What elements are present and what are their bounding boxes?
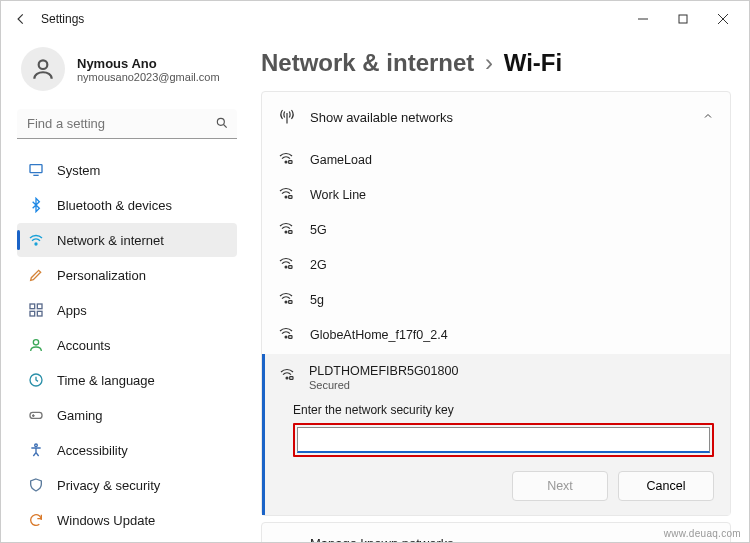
- sidebar-item-apps[interactable]: Apps: [17, 293, 237, 327]
- sidebar-item-bluetooth[interactable]: Bluetooth & devices: [17, 188, 237, 222]
- selected-ssid: PLDTHOMEFIBR5G01800: [309, 364, 458, 378]
- globe-clock-icon: [27, 371, 45, 389]
- shield-icon: [27, 476, 45, 494]
- svg-rect-13: [37, 311, 42, 316]
- profile-block[interactable]: Nymous Ano nymousano2023@gmail.com: [17, 43, 237, 105]
- svg-point-25: [285, 231, 287, 233]
- svg-rect-10: [30, 304, 35, 309]
- wifi-secure-icon: [279, 366, 295, 391]
- svg-rect-24: [289, 196, 292, 199]
- maximize-button[interactable]: [663, 5, 703, 33]
- selected-status: Secured: [309, 379, 458, 391]
- window-title: Settings: [41, 12, 84, 26]
- sidebar-item-gaming[interactable]: Gaming: [17, 398, 237, 432]
- wifi-secure-icon: [278, 185, 296, 204]
- sidebar-item-network[interactable]: Network & internet: [17, 223, 237, 257]
- page-title: Wi-Fi: [504, 49, 562, 76]
- avatar: [21, 47, 65, 91]
- network-item[interactable]: 2G: [262, 247, 730, 282]
- network-item[interactable]: Work Line: [262, 177, 730, 212]
- breadcrumb-parent[interactable]: Network & internet: [261, 49, 474, 76]
- wifi-secure-icon: [278, 150, 296, 169]
- svg-rect-28: [289, 266, 292, 269]
- breadcrumb: Network & internet › Wi-Fi: [261, 49, 731, 77]
- title-bar: Settings: [1, 1, 749, 37]
- main-content: Network & internet › Wi-Fi Show availabl…: [249, 37, 749, 542]
- wifi-icon: [27, 231, 45, 249]
- sidebar-item-accounts[interactable]: Accounts: [17, 328, 237, 362]
- search-input[interactable]: [17, 109, 237, 139]
- manage-title: Manage known networks: [310, 536, 465, 542]
- available-networks-toggle[interactable]: Show available networks: [262, 92, 730, 142]
- wifi-secure-icon: [278, 325, 296, 344]
- sidebar-item-label: Accessibility: [57, 443, 128, 458]
- svg-point-31: [285, 336, 287, 338]
- network-item[interactable]: GameLoad: [262, 142, 730, 177]
- apps-icon: [27, 301, 45, 319]
- svg-rect-12: [30, 311, 35, 316]
- gaming-icon: [27, 406, 45, 424]
- profile-email: nymousano2023@gmail.com: [77, 71, 220, 83]
- svg-point-27: [285, 266, 287, 268]
- sidebar-item-label: Gaming: [57, 408, 103, 423]
- network-ssid: GameLoad: [310, 153, 372, 167]
- network-password-input[interactable]: [297, 427, 710, 453]
- svg-rect-26: [289, 231, 292, 234]
- cancel-button[interactable]: Cancel: [618, 471, 714, 501]
- search-icon: [215, 116, 229, 133]
- antenna-icon: [278, 107, 296, 128]
- close-button[interactable]: [703, 5, 743, 33]
- network-ssid: 2G: [310, 258, 327, 272]
- watermark: www.deuaq.com: [664, 528, 741, 539]
- sidebar-item-label: Personalization: [57, 268, 146, 283]
- svg-rect-11: [37, 304, 42, 309]
- sidebar-item-system[interactable]: System: [17, 153, 237, 187]
- network-ssid: 5g: [310, 293, 324, 307]
- network-item[interactable]: 5g: [262, 282, 730, 317]
- list-icon: [278, 540, 296, 543]
- svg-point-33: [286, 377, 288, 379]
- monitor-icon: [27, 161, 45, 179]
- selected-network-block: PLDTHOMEFIBR5G01800 Secured Enter the ne…: [262, 354, 730, 515]
- manage-known-networks-card[interactable]: Manage known networks Add, remove, and e…: [261, 522, 731, 542]
- network-ssid: GlobeAtHome_f17f0_2.4: [310, 328, 448, 342]
- back-button[interactable]: [7, 5, 35, 33]
- update-icon: [27, 511, 45, 529]
- sidebar-item-windows-update[interactable]: Windows Update: [17, 503, 237, 537]
- sidebar-item-personalization[interactable]: Personalization: [17, 258, 237, 292]
- sidebar-item-label: Accounts: [57, 338, 110, 353]
- network-ssid: Work Line: [310, 188, 366, 202]
- svg-point-5: [217, 118, 224, 125]
- svg-point-19: [35, 444, 38, 447]
- sidebar-item-time-language[interactable]: Time & language: [17, 363, 237, 397]
- bluetooth-icon: [27, 196, 45, 214]
- sidebar-item-label: Apps: [57, 303, 87, 318]
- next-button[interactable]: Next: [512, 471, 608, 501]
- network-list: GameLoad Work Line 5G 2G 5g: [262, 142, 730, 515]
- profile-name: Nymous Ano: [77, 56, 220, 71]
- password-prompt: Enter the network security key: [293, 403, 714, 417]
- available-networks-card: Show available networks GameLoad Work Li…: [261, 91, 731, 516]
- svg-point-21: [285, 161, 287, 163]
- sidebar-item-accessibility[interactable]: Accessibility: [17, 433, 237, 467]
- sidebar-item-privacy[interactable]: Privacy & security: [17, 468, 237, 502]
- svg-rect-1: [679, 15, 687, 23]
- chevron-up-icon: [702, 110, 714, 125]
- network-item[interactable]: GlobeAtHome_f17f0_2.4: [262, 317, 730, 352]
- sidebar-item-label: Windows Update: [57, 513, 155, 528]
- svg-point-14: [33, 340, 38, 345]
- svg-rect-34: [290, 377, 293, 380]
- svg-rect-16: [30, 412, 42, 418]
- wifi-secure-icon: [278, 220, 296, 239]
- svg-line-6: [224, 125, 227, 128]
- network-item[interactable]: 5G: [262, 212, 730, 247]
- sidebar: Nymous Ano nymousano2023@gmail.com Syste…: [1, 37, 249, 542]
- nav-list: System Bluetooth & devices Network & int…: [17, 153, 237, 537]
- minimize-button[interactable]: [623, 5, 663, 33]
- wifi-secure-icon: [278, 255, 296, 274]
- svg-point-29: [285, 301, 287, 303]
- svg-point-23: [285, 196, 287, 198]
- svg-point-4: [39, 60, 48, 69]
- svg-rect-22: [289, 161, 292, 164]
- svg-rect-7: [30, 165, 42, 173]
